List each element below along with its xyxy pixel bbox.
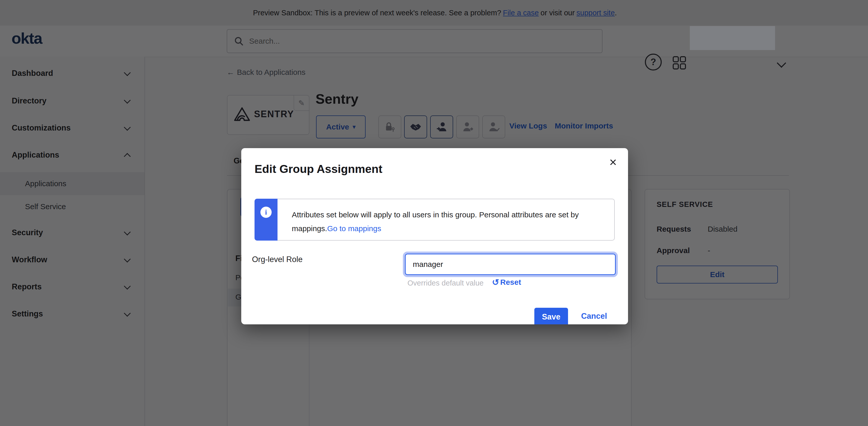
close-icon[interactable]: × bbox=[610, 156, 617, 169]
info-icon: i bbox=[260, 207, 272, 218]
okta-admin-page: Preview Sandbox: This is a preview of ne… bbox=[0, 0, 868, 426]
info-banner: i Attributes set below will apply to all… bbox=[254, 199, 615, 241]
cancel-button[interactable]: Cancel bbox=[576, 308, 612, 324]
account-name-redacted[interactable] bbox=[690, 26, 775, 50]
org-level-role-input[interactable] bbox=[405, 253, 616, 275]
go-to-mappings-link[interactable]: Go to mappings bbox=[327, 224, 381, 233]
overrides-helper-text: Overrides default value bbox=[407, 279, 484, 287]
reset-icon: ↺ bbox=[492, 278, 499, 286]
edit-group-assignment-modal: Edit Group Assignment × i Attributes set… bbox=[241, 148, 628, 324]
modal-title: Edit Group Assignment bbox=[254, 162, 382, 176]
save-button[interactable]: Save bbox=[534, 308, 568, 324]
org-level-role-label: Org-level Role bbox=[252, 255, 303, 264]
info-banner-text: Attributes set below will apply to all u… bbox=[292, 208, 601, 236]
reset-control[interactable]: ↺ Reset bbox=[492, 278, 521, 286]
info-banner-bar: i bbox=[254, 199, 278, 241]
